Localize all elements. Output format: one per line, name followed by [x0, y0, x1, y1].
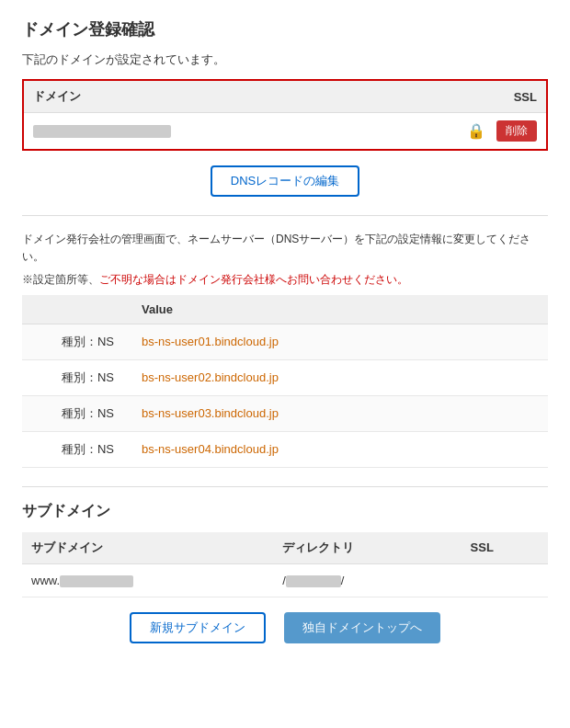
subdomain-row: www. // [22, 563, 548, 597]
ns-type-cell: 種別：NS [22, 359, 132, 395]
dns-edit-button[interactable]: DNSレコードの編集 [211, 165, 359, 197]
ns-value-cell: bs-ns-user01.bindcloud.jp [132, 324, 548, 359]
domain-blurred [33, 125, 171, 138]
domain-col-header: ドメイン [24, 81, 436, 113]
top-button[interactable]: 独自ドメイントップへ [284, 612, 440, 643]
sub-ssl-col-header: SSL [462, 532, 548, 564]
subdomain-col-header: サブドメイン [22, 532, 273, 564]
domain-table: ドメイン SSL 🔒 削除 [24, 81, 546, 149]
divider [22, 215, 548, 216]
bottom-btn-wrapper: 新規サブドメイン 独自ドメイントップへ [22, 612, 548, 643]
directory-col-header: ディレクトリ [273, 532, 461, 564]
subdomain-section-title: サブドメイン [22, 502, 548, 521]
ns-value-cell: bs-ns-user02.bindcloud.jp [132, 359, 548, 395]
ns-row: 種別：NS bs-ns-user01.bindcloud.jp [22, 324, 548, 359]
domain-ssl-cell: 🔒 削除 [436, 113, 546, 150]
dns-edit-btn-wrapper: DNSレコードの編集 [22, 165, 548, 197]
domain-table-wrapper: ドメイン SSL 🔒 削除 [22, 79, 548, 151]
ns-value-header: Value [132, 295, 548, 324]
ns-table-wrapper: Value 種別：NS bs-ns-user01.bindcloud.jp 種別… [22, 295, 548, 468]
directory-value: // [273, 563, 461, 597]
directory-blurred [286, 575, 341, 587]
ns-row: 種別：NS bs-ns-user04.bindcloud.jp [22, 431, 548, 467]
subdomain-value: www. [22, 563, 273, 597]
subdomain-blurred [60, 575, 133, 587]
ns-value-cell: bs-ns-user04.bindcloud.jp [132, 431, 548, 467]
domain-value [24, 113, 436, 150]
delete-button[interactable]: 削除 [496, 120, 537, 142]
ns-table: Value 種別：NS bs-ns-user01.bindcloud.jp 種別… [22, 295, 548, 468]
divider-2 [22, 486, 548, 487]
sub-ssl-value [462, 563, 548, 597]
warning-text: ご不明な場合はドメイン発行会社様へお問い合わせください。 [99, 273, 408, 286]
subdomain-table: サブドメイン ディレクトリ SSL www. // [22, 532, 548, 597]
page-title: ドメイン登録確認 [22, 18, 548, 40]
ns-type-cell: 種別：NS [22, 395, 132, 431]
ns-row: 種別：NS bs-ns-user02.bindcloud.jp [22, 359, 548, 395]
ns-type-cell: 種別：NS [22, 324, 132, 359]
lock-icon: 🔒 [467, 122, 485, 140]
page-subtitle: 下記のドメインが設定されています。 [22, 51, 548, 68]
ssl-col-header: SSL [436, 81, 546, 113]
ns-type-cell: 種別：NS [22, 431, 132, 467]
ns-empty-header [22, 295, 132, 324]
info-text-2: ※設定箇所等、ご不明な場合はドメイン発行会社様へお問い合わせください。 [22, 271, 548, 289]
ns-value-cell: bs-ns-user03.bindcloud.jp [132, 395, 548, 431]
new-subdomain-button[interactable]: 新規サブドメイン [130, 612, 266, 643]
ns-row: 種別：NS bs-ns-user03.bindcloud.jp [22, 395, 548, 431]
info-text-1: ドメイン発行会社の管理画面で、ネームサーバー（DNSサーバー）を下記の設定情報に… [22, 231, 548, 266]
www-prefix: www. [31, 574, 60, 587]
domain-row: 🔒 削除 [24, 113, 546, 150]
